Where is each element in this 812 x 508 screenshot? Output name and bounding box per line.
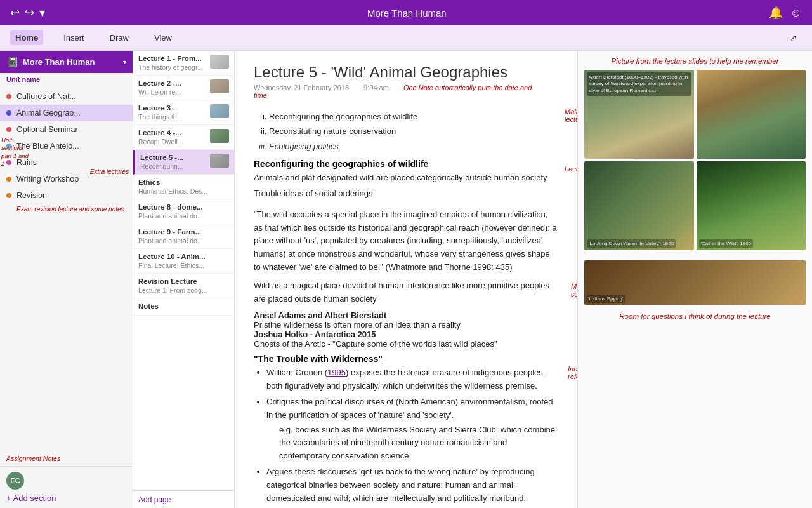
bullet-list: William Cronon (1995) exposes the histor… xyxy=(254,366,558,505)
bullet-item-argues: Argues these discourses 'get us back to … xyxy=(266,465,558,505)
ghosts-line: Ghosts of the Arctic - "Capture some of … xyxy=(254,339,558,349)
page-item[interactable]: Lecture 4 -... Recap: Dwell... xyxy=(133,125,234,150)
questions-annotation: Room for questions I think of during the… xyxy=(584,312,806,320)
page-title: Ethics xyxy=(138,178,229,186)
more-button[interactable]: ▾ xyxy=(39,6,45,20)
main-points-list: Reconfiguring the geographies of wildlif… xyxy=(254,109,558,154)
page-item[interactable]: Revision Lecture Lecture 1: From zoog... xyxy=(133,274,234,298)
page-title: Lecture 8 - dome... xyxy=(138,203,229,211)
include-links-annotation: Include links if possible for future ref… xyxy=(568,365,577,380)
section-label: Cultures of Nat... xyxy=(16,92,76,101)
add-page-button[interactable]: Add page xyxy=(138,495,171,504)
section-dot xyxy=(6,177,11,182)
sidebar-item-optional[interactable]: Optional Seminar xyxy=(0,121,133,138)
page-title: Lecture 3 - xyxy=(138,104,182,112)
image-yosemite: 'Looking Down Yosemite Valley', 1865 xyxy=(584,161,694,250)
section-dot xyxy=(6,110,11,116)
page-item[interactable]: Lecture 3 - The things th... xyxy=(133,100,234,125)
page-item[interactable]: Lecture 1 - From... The history of geogr… xyxy=(133,51,234,76)
page-title: Lecture 4 -... xyxy=(138,129,183,137)
menu-insert[interactable]: Insert xyxy=(58,30,89,45)
section-dot xyxy=(6,94,11,99)
section-label: The Blue Antelo... xyxy=(16,142,79,150)
sidebar-footer: EC + Add section xyxy=(0,466,133,508)
list-item-eco: Ecologising politics xyxy=(269,139,558,154)
image-caption: 'Calf of the Wild', 1865 xyxy=(699,239,754,248)
cronon-link[interactable]: 1995 xyxy=(327,368,346,377)
page-item[interactable]: Lecture 8 - dome... Plant and animal do.… xyxy=(133,199,234,224)
page-title-main: Lecture 5 - 'Wild' Animal Geographies xyxy=(254,64,558,81)
page-title: Lecture 10 - Anim... xyxy=(138,253,229,260)
page-preview: Reconfigurin... xyxy=(140,163,183,170)
page-title: Lecture 2 -... xyxy=(138,79,181,87)
page-preview: Will be on re... xyxy=(138,88,181,96)
sub-bullet-item: e.g. bodies such as the Wilderness Socie… xyxy=(279,424,558,463)
page-preview: The things th... xyxy=(138,113,182,121)
page-item[interactable]: Notes xyxy=(133,298,234,316)
page-list: Lecture 1 - From... The history of geogr… xyxy=(133,51,234,490)
page-item[interactable]: Lecture 9 - Farm... Plant and animal do.… xyxy=(133,224,234,249)
add-section-button[interactable]: + Add section xyxy=(6,493,56,503)
page-title: Lecture 9 - Farm... xyxy=(138,228,229,236)
section-label: Optional Seminar xyxy=(16,125,78,134)
image-caption: 'Looking Down Yosemite Valley', 1865 xyxy=(587,239,676,248)
undo-button[interactable]: ↩ xyxy=(10,6,20,20)
page-item[interactable]: Lecture 2 -... Will be on re... xyxy=(133,76,234,100)
share-button[interactable]: ↗ xyxy=(785,30,802,45)
bullet-item-critiques: Critiques the political discourses of (N… xyxy=(266,396,558,463)
para3: Wild as a magical place devoid of human … xyxy=(254,279,558,306)
section-label: Revision xyxy=(16,191,47,200)
menu-draw[interactable]: Draw xyxy=(105,30,134,45)
redo-button[interactable]: ↪ xyxy=(25,6,34,20)
image-calf: 'Calf of the Wild', 1865 xyxy=(697,161,806,250)
page-title: Notes xyxy=(138,302,229,310)
section-dot xyxy=(6,127,11,132)
notebook-icon: 📓 xyxy=(6,56,19,68)
page-title: Lecture 5 -... xyxy=(140,154,183,161)
section-label: Animal Geograp... xyxy=(16,109,81,117)
pages-panel: Lecture 1 - From... The history of geogr… xyxy=(133,51,235,508)
page-item[interactable]: Ethics Humanist Ethics: Des... xyxy=(133,175,234,199)
sidebar-item-blue-antelope[interactable]: The Blue Antelo... xyxy=(0,138,133,154)
sub-bullet-list: e.g. bodies such as the Wilderness Socie… xyxy=(266,424,558,463)
sidebar-item-revision[interactable]: Revision xyxy=(0,187,133,204)
subheadings-annotation: Lecture subheadings xyxy=(565,165,577,173)
section-label: Writing Workshop xyxy=(16,175,79,184)
unit-name-label: Unit name xyxy=(0,73,133,86)
notebook-header[interactable]: 📓 More Than Human ▾ xyxy=(0,51,133,73)
page-preview: Plant and animal do... xyxy=(138,212,229,220)
page-preview: Lecture 1: From zoog... xyxy=(138,286,229,294)
content-wrapper: Lecture 5 - 'Wild' Animal Geographies We… xyxy=(254,64,558,508)
exam-revision-annotation: Exam revision lecture and some notes xyxy=(0,204,133,217)
sidebar-item-writing[interactable]: Writing Workshop xyxy=(0,171,133,187)
para2: Trouble ideas of social orderings xyxy=(254,187,558,201)
title-bar: ↩ ↪ ▾ More Than Human 🔔 ☺ xyxy=(0,0,812,25)
sidebar-item-ruins[interactable]: Ruins Extra lectures xyxy=(0,154,133,171)
pristine-line: Pristine wilderness is often more of an … xyxy=(254,320,558,330)
menu-view[interactable]: View xyxy=(149,30,177,45)
image-bierstadt-info: Albert Bierstadt (1830–1902) - travelled… xyxy=(584,70,694,159)
page-date: Wednesday, 21 February 2018 xyxy=(254,84,349,91)
section-dot xyxy=(6,144,11,149)
page-preview: Recap: Dwell... xyxy=(138,138,183,145)
title-bar-left: ↩ ↪ ▾ xyxy=(10,6,45,20)
note-section-trouble: "The Trouble with Wilderness" William Cr… xyxy=(254,354,558,505)
quote-block: "The wild occupies a special place in th… xyxy=(254,208,558,274)
main-layout: 📓 More Than Human ▾ Unit name Cultures o… xyxy=(0,51,812,508)
sidebar-item-cultures[interactable]: Cultures of Nat... xyxy=(0,88,133,105)
page-item-active[interactable]: Lecture 5 -... Reconfigurin... xyxy=(133,150,234,175)
chevron-icon: ▾ xyxy=(123,58,126,65)
bell-icon[interactable]: 🔔 xyxy=(769,6,783,20)
page-item[interactable]: Lecture 10 - Anim... Final Lecture! Ethi… xyxy=(133,249,234,274)
section-dot xyxy=(6,160,11,165)
menu-home[interactable]: Home xyxy=(10,30,43,45)
main-points-annotation: Main points/sections of the lecture xyxy=(565,108,577,123)
content-area: Lecture 5 - 'Wild' Animal Geographies We… xyxy=(235,51,577,508)
sidebar-item-animal[interactable]: Animal Geograp... xyxy=(0,105,133,121)
user-avatar: EC xyxy=(6,472,24,490)
user-icon-button[interactable]: ☺ xyxy=(790,6,802,20)
pages-footer: Add page xyxy=(133,490,234,508)
note-section-wildlife: Reconfiguring the geographies of wildlif… xyxy=(254,159,558,201)
picture-annotation: Picture from the lecture slides to help … xyxy=(584,57,806,65)
list-item: Reconfiguring the geographies of wildlif… xyxy=(269,109,558,124)
